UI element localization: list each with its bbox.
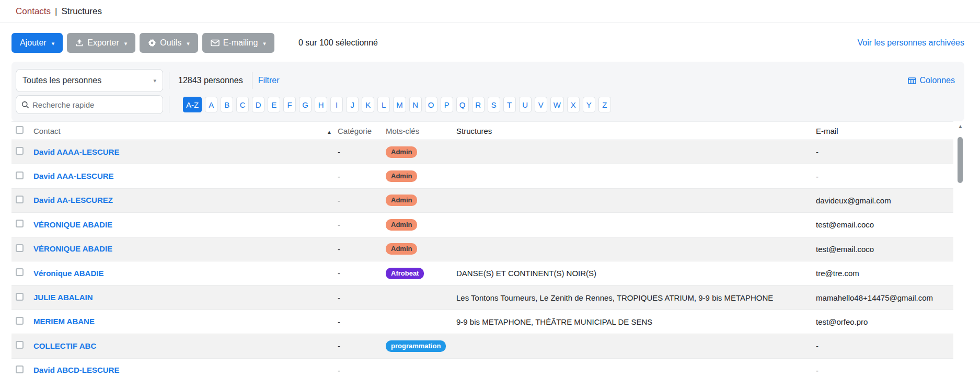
breadcrumb-structures[interactable]: Structures xyxy=(62,6,102,17)
search-input[interactable] xyxy=(32,100,157,109)
keyword-badge: Afrobeat xyxy=(386,268,424,279)
breadcrumb-contacts[interactable]: Contacts xyxy=(16,6,51,17)
tools-button-label: Outils xyxy=(160,38,181,48)
sort-asc-icon[interactable]: ▲ xyxy=(327,129,332,135)
row-checkbox[interactable] xyxy=(16,147,24,155)
contact-name-link[interactable]: COLLECTIF ABC xyxy=(33,341,96,350)
structures-value: Les Tontons Tourneurs, Le Zenith de Renn… xyxy=(456,293,816,302)
alphabet-filter-x[interactable]: X xyxy=(567,97,580,112)
gear-icon xyxy=(148,39,156,47)
alphabet-filter-k[interactable]: K xyxy=(362,97,374,112)
table-row: David AAAA-LESCURE - Admin - xyxy=(11,140,953,164)
alphabet-filter-r[interactable]: R xyxy=(472,97,485,112)
categorie-value: - xyxy=(336,196,386,205)
contacts-page: Contacts | Structures Ajouter ▾ Exporter… xyxy=(0,0,980,377)
alphabet-filter-i[interactable]: I xyxy=(330,97,343,112)
alphabet-filter-q[interactable]: Q xyxy=(456,97,469,112)
quick-search xyxy=(16,95,163,114)
upload-icon xyxy=(75,39,84,47)
contact-name-link[interactable]: David AAA-LESCURE xyxy=(33,172,114,180)
column-header-mots-cles[interactable]: Mots-clés xyxy=(386,127,456,135)
breadcrumb-separator: | xyxy=(55,6,57,17)
alphabet-filter-j[interactable]: J xyxy=(346,97,359,112)
row-checkbox[interactable] xyxy=(16,268,24,276)
alphabet-filter-l[interactable]: L xyxy=(377,97,390,112)
email-value: - xyxy=(816,366,953,375)
row-checkbox[interactable] xyxy=(16,244,24,252)
alphabet-filter-a-z[interactable]: A-Z xyxy=(183,97,202,112)
column-header-categorie[interactable]: Catégorie xyxy=(336,127,386,135)
scroll-up-icon[interactable]: ▲ xyxy=(956,123,964,134)
alphabet-filter-u[interactable]: U xyxy=(519,97,532,112)
alphabet-filter-p[interactable]: P xyxy=(441,97,453,112)
categorie-value: - xyxy=(336,293,386,302)
alphabet-filter-h[interactable]: H xyxy=(315,97,327,112)
alphabet-filter-g[interactable]: G xyxy=(299,97,312,112)
alphabet-filter-n[interactable]: N xyxy=(409,97,422,112)
contact-name-link[interactable]: VÉRONIQUE ABADIE xyxy=(33,244,112,253)
row-checkbox[interactable] xyxy=(16,196,24,203)
alphabet-filter-m[interactable]: M xyxy=(393,97,406,112)
alphabet-filter-v[interactable]: V xyxy=(535,97,547,112)
column-header-email[interactable]: E-mail xyxy=(816,127,953,135)
email-value: test@email.coco xyxy=(816,245,953,254)
select-all-checkbox[interactable] xyxy=(16,126,24,134)
tools-button[interactable]: Outils ▾ xyxy=(140,33,198,53)
columns-link-label: Colonnes xyxy=(919,76,955,85)
chevron-down-icon: ▾ xyxy=(124,40,128,47)
row-checkbox[interactable] xyxy=(16,293,24,301)
alphabet-filter-t[interactable]: T xyxy=(503,97,516,112)
alphabet-filter-z[interactable]: Z xyxy=(598,97,611,112)
alphabet-filter-c[interactable]: C xyxy=(236,97,249,112)
scrollbar-thumb[interactable] xyxy=(958,137,963,183)
alphabet-filter-d[interactable]: D xyxy=(252,97,264,112)
segment-select[interactable]: Toutes les personnes ▾ xyxy=(16,69,163,92)
view-archived-link[interactable]: Voir les personnes archivées xyxy=(857,38,964,48)
add-button[interactable]: Ajouter ▾ xyxy=(11,33,63,53)
categorie-value: - xyxy=(336,269,386,278)
alphabet-filter-e[interactable]: E xyxy=(268,97,280,112)
row-checkbox[interactable] xyxy=(16,172,24,179)
row-checkbox[interactable] xyxy=(16,341,24,349)
alphabet-filter-o[interactable]: O xyxy=(425,97,437,112)
table-row: COLLECTIF ABC - programmation - xyxy=(11,334,953,358)
add-button-label: Ajouter xyxy=(20,38,47,48)
column-header-contact[interactable]: Contact xyxy=(33,127,61,135)
row-checkbox[interactable] xyxy=(16,220,24,227)
alphabet-bar: A-ZABCDEFGHIJKLMNOPQRSTUVWXYZ xyxy=(183,97,611,112)
email-value: tre@tre.com xyxy=(816,269,953,278)
column-header-structures[interactable]: Structures xyxy=(456,127,816,135)
columns-icon xyxy=(908,77,916,84)
alphabet-filter-a[interactable]: A xyxy=(205,97,217,112)
alphabet-filter-y[interactable]: Y xyxy=(583,97,595,112)
alphabet-filter-b[interactable]: B xyxy=(221,97,233,112)
contact-name-link[interactable]: David AAAA-LESCURE xyxy=(33,147,119,156)
vertical-scrollbar[interactable]: ▲ xyxy=(956,123,964,377)
categorie-value: - xyxy=(336,220,386,229)
alphabet-filter-w[interactable]: W xyxy=(550,97,564,112)
contact-name-link[interactable]: Véronique ABADIE xyxy=(33,269,103,278)
contact-name-link[interactable]: MERIEM ABANE xyxy=(33,317,95,326)
alphabet-filter-s[interactable]: S xyxy=(488,97,500,112)
row-checkbox[interactable] xyxy=(16,317,24,325)
envelope-icon xyxy=(211,39,220,47)
contact-name-link[interactable]: David AA-LESCUREZ xyxy=(33,196,113,204)
contact-name-link[interactable]: JULIE ABALAIN xyxy=(33,293,93,302)
email-value: - xyxy=(816,147,953,156)
contacts-table: Contact ▲ Catégorie Mots-clés Structures… xyxy=(11,121,953,377)
emailing-button[interactable]: E-mailing ▾ xyxy=(202,33,274,53)
categorie-value: - xyxy=(336,341,386,350)
email-value: davideux@gmail.com xyxy=(816,196,953,205)
columns-link[interactable]: Colonnes xyxy=(908,76,955,85)
contact-name-link[interactable]: David ABCD-LESCURE xyxy=(33,365,119,374)
filter-link[interactable]: Filtrer xyxy=(258,76,280,85)
contact-name-link[interactable]: VÉRONIQUE ABADIE xyxy=(33,220,112,229)
table-row: MERIEM ABANE - 9-9 bis METAPHONE, THÉÂTR… xyxy=(11,310,953,334)
divider xyxy=(169,72,169,89)
categorie-value: - xyxy=(336,172,386,181)
keyword-badge: Admin xyxy=(386,243,417,255)
alphabet-filter-f[interactable]: F xyxy=(283,97,296,112)
export-button[interactable]: Exporter ▾ xyxy=(67,33,135,53)
row-checkbox[interactable] xyxy=(16,365,24,373)
filter-panel: Toutes les personnes ▾ 12843 personnes F… xyxy=(11,62,964,121)
